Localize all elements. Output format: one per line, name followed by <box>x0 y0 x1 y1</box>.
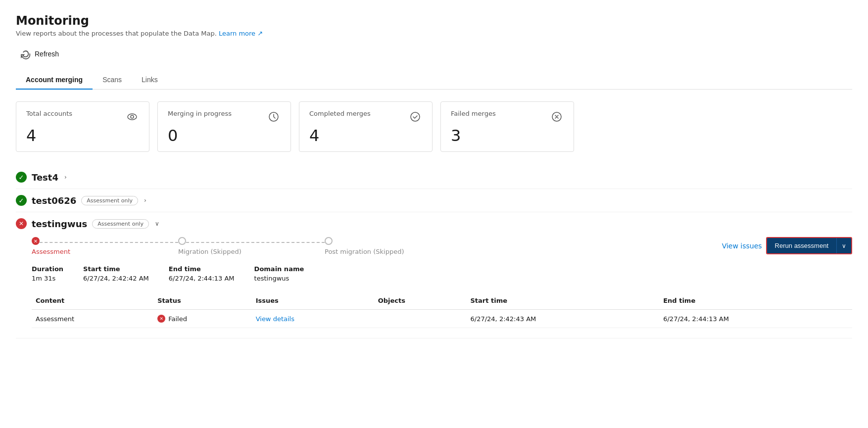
assessment-badge-test0626: Assessment only <box>81 196 138 205</box>
assessment-badge-testingwus: Assessment only <box>92 219 149 229</box>
page-subtitle: View reports about the processes that po… <box>16 30 852 37</box>
stat-value-completed: 4 <box>309 128 422 143</box>
account-name-test4: Test4 <box>32 172 58 183</box>
status-success-icon-test4: ✓ <box>16 172 27 183</box>
learn-more-link[interactable]: Learn more ↗ <box>219 30 263 37</box>
stat-value-failed: 3 <box>451 128 564 143</box>
step-label-assessment: Assessment <box>32 248 70 255</box>
step-assessment: ✕ Assessment <box>32 237 178 255</box>
x-circle-icon <box>550 110 564 124</box>
pipeline-track: ✕ Assessment Migration (Skipped) <box>32 237 722 255</box>
pipeline-testingwus: ✕ Assessment Migration (Skipped) <box>32 237 852 255</box>
step-label-migration: Migration (Skipped) <box>178 248 241 255</box>
cell-end-time: 6/27/24, 2:44:13 AM <box>659 310 852 328</box>
view-details-link[interactable]: View details <box>256 315 294 323</box>
stat-value-merging: 0 <box>168 128 281 143</box>
stat-card-completed: Completed merges 4 <box>299 101 433 152</box>
tab-links[interactable]: Links <box>132 71 168 90</box>
view-issues-link[interactable]: View issues <box>722 242 762 250</box>
account-row-test4: ✓ Test4 › <box>16 166 852 189</box>
detail-end-label: End time <box>169 265 235 273</box>
account-header-test0626[interactable]: ✓ test0626 Assessment only › <box>16 195 852 206</box>
monitoring-page: Monitoring View reports about the proces… <box>0 0 868 428</box>
stat-label-merging: Merging in progress <box>168 110 232 117</box>
detail-domain-value: testingwus <box>254 275 304 282</box>
tab-account-merging[interactable]: Account merging <box>16 71 93 90</box>
step-line-migration <box>186 242 325 243</box>
page-title: Monitoring <box>16 14 852 28</box>
table-header-row: Content Status Issues Objects Start time… <box>32 292 852 310</box>
chevron-down-icon-testingwus: ∨ <box>155 220 159 227</box>
status-success-icon-test0626: ✓ <box>16 195 27 206</box>
cell-issues: View details <box>252 310 374 328</box>
col-header-objects: Objects <box>374 292 467 310</box>
detail-duration-value: 1m 31s <box>32 275 63 282</box>
account-name-test0626: test0626 <box>32 195 76 206</box>
refresh-button[interactable]: Refresh <box>16 46 63 62</box>
step-post-migration: Post migration (Skipped) <box>325 237 404 255</box>
detail-start-time: Start time 6/27/24, 2:42:42 AM <box>83 265 149 282</box>
account-header-testingwus[interactable]: ✕ testingwus Assessment only ∨ <box>16 218 852 229</box>
svg-point-3 <box>411 112 420 121</box>
status-cell-content: ✕ Failed <box>157 315 247 323</box>
detail-domain-label: Domain name <box>254 265 304 273</box>
cell-objects <box>374 310 467 328</box>
stat-card-total-accounts: Total accounts 4 <box>16 101 149 152</box>
col-header-end-time: End time <box>659 292 852 310</box>
cell-status: ✕ Failed <box>153 310 251 328</box>
account-expanded-testingwus: ✕ Assessment Migration (Skipped) <box>16 229 852 332</box>
check-circle-icon <box>408 110 422 124</box>
stat-value-total: 4 <box>26 128 139 143</box>
step-circle-post-migration <box>325 237 333 245</box>
step-line-assessment <box>40 242 178 243</box>
detail-start-label: Start time <box>83 265 149 273</box>
step-circle-migration <box>178 237 186 245</box>
details-row-testingwus: Duration 1m 31s Start time 6/27/24, 2:42… <box>32 265 852 282</box>
cell-start-time: 6/27/24, 2:42:43 AM <box>467 310 660 328</box>
col-header-issues: Issues <box>252 292 374 310</box>
chevron-right-icon-test4: › <box>64 174 67 181</box>
status-error-icon-testingwus: ✕ <box>16 218 27 229</box>
stat-card-merging-progress: Merging in progress 0 <box>157 101 291 152</box>
merge-icon <box>267 110 281 124</box>
svg-point-0 <box>128 114 137 120</box>
detail-duration: Duration 1m 31s <box>32 265 63 282</box>
account-row-test0626: ✓ test0626 Assessment only › <box>16 189 852 212</box>
detail-end-value: 6/27/24, 2:44:13 AM <box>169 275 235 282</box>
stat-label-total: Total accounts <box>26 110 72 117</box>
tab-scans[interactable]: Scans <box>93 71 132 90</box>
tabs-bar: Account merging Scans Links <box>16 71 852 90</box>
stat-cards: Total accounts 4 Merging in progress <box>16 101 852 152</box>
rerun-assessment-button[interactable]: Rerun assessment <box>767 238 836 253</box>
status-error-icon-row: ✕ <box>157 315 165 323</box>
col-header-start-time: Start time <box>467 292 660 310</box>
step-migration: Migration (Skipped) <box>178 237 325 255</box>
eye-icon <box>125 110 139 124</box>
table-row: Assessment ✕ Failed View details <box>32 310 852 328</box>
detail-start-value: 6/27/24, 2:42:42 AM <box>83 275 149 282</box>
detail-domain-name: Domain name testingwus <box>254 265 304 282</box>
svg-point-1 <box>131 115 134 118</box>
rerun-dropdown-button[interactable]: ∨ <box>836 238 851 253</box>
stat-label-failed: Failed merges <box>451 110 496 117</box>
account-header-test4[interactable]: ✓ Test4 › <box>16 172 852 183</box>
col-header-status: Status <box>153 292 251 310</box>
account-name-testingwus: testingwus <box>32 219 87 229</box>
cell-content: Assessment <box>32 310 153 328</box>
stat-label-completed: Completed merges <box>309 110 371 117</box>
step-label-post-migration: Post migration (Skipped) <box>325 248 404 255</box>
step-error-circle-assessment: ✕ <box>32 237 40 245</box>
chevron-right-icon-test0626: › <box>144 197 146 204</box>
detail-end-time: End time 6/27/24, 2:44:13 AM <box>169 265 235 282</box>
col-header-content: Content <box>32 292 153 310</box>
accounts-list: ✓ Test4 › ✓ test0626 Assessment only › ✕… <box>16 166 852 338</box>
stat-card-failed: Failed merges 3 <box>440 101 574 152</box>
pipeline-actions: View issues Rerun assessment ∨ <box>722 237 852 254</box>
toolbar: Refresh <box>16 46 852 62</box>
content-table-testingwus: Content Status Issues Objects Start time… <box>32 292 852 328</box>
refresh-icon <box>20 48 32 60</box>
rerun-btn-group: Rerun assessment ∨ <box>766 237 852 254</box>
account-row-testingwus: ✕ testingwus Assessment only ∨ ✕ <box>16 212 852 338</box>
detail-duration-label: Duration <box>32 265 63 273</box>
